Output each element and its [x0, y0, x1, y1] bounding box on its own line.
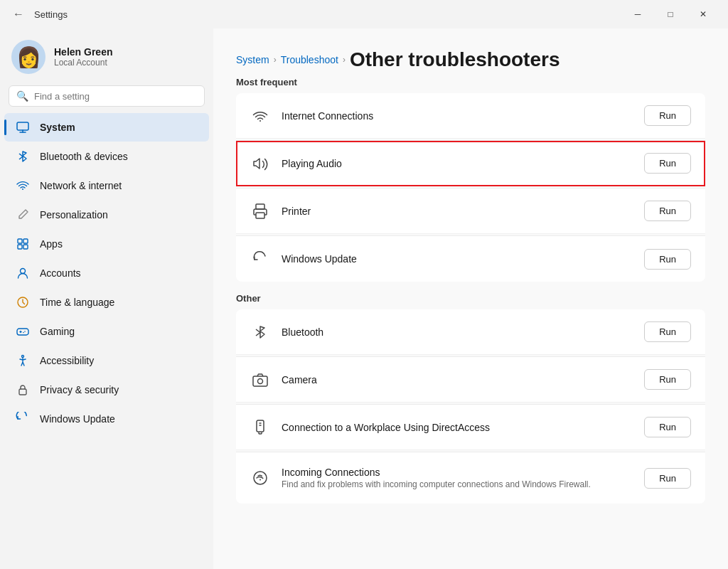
incoming-run-button[interactable]: Run — [644, 468, 691, 489]
accessibility-icon — [16, 353, 30, 368]
troubleshooter-winupdate: Windows Update Run — [236, 236, 705, 282]
bluetooth-ts-run-button[interactable]: Run — [644, 321, 691, 342]
system-icon — [16, 120, 30, 134]
app-body: 👩 Helen Green Local Account 🔍 System — [0, 28, 728, 569]
troubleshooter-bluetooth: Bluetooth Run — [236, 309, 705, 355]
sidebar-item-privacy[interactable]: Privacy & security — [4, 376, 209, 404]
svg-rect-2 — [23, 239, 28, 243]
search-input[interactable] — [34, 91, 197, 102]
sidebar-label-apps: Apps — [40, 238, 63, 250]
printer-icon — [250, 201, 270, 221]
svg-point-8 — [24, 331, 26, 332]
window-controls: ─ □ ✕ — [621, 3, 719, 26]
most-frequent-label: Most frequent — [236, 77, 705, 87]
most-frequent-section: Most frequent Internet Connections Run P… — [236, 77, 705, 282]
svg-rect-16 — [257, 420, 264, 432]
winupdate-run-button[interactable]: Run — [644, 249, 691, 270]
audio-run-button[interactable]: Run — [644, 153, 691, 174]
incoming-text-group: Incoming Connections Find and fix proble… — [282, 467, 633, 489]
svg-point-10 — [22, 356, 24, 358]
sidebar-item-system[interactable]: System — [4, 113, 209, 142]
network-icon — [16, 179, 30, 193]
svg-rect-7 — [17, 329, 28, 335]
user-role: Local Account — [54, 58, 112, 68]
directaccess-icon — [250, 418, 270, 437]
audio-name: Playing Audio — [282, 158, 633, 169]
svg-rect-13 — [256, 213, 264, 218]
breadcrumb-current: Other troubleshooters — [350, 48, 560, 71]
troubleshooter-directaccess: Connection to a Workplace Using DirectAc… — [236, 405, 705, 450]
personalization-icon — [16, 208, 30, 222]
directaccess-name: Connection to a Workplace Using DirectAc… — [282, 422, 633, 433]
internet-run-button[interactable]: Run — [644, 105, 691, 126]
bluetooth-ts-name: Bluetooth — [282, 326, 633, 338]
sidebar: 👩 Helen Green Local Account 🔍 System — [0, 28, 213, 569]
troubleshooter-incoming: Incoming Connections Find and fix proble… — [236, 452, 705, 504]
user-section: 👩 Helen Green Local Account — [0, 28, 213, 85]
sidebar-item-accessibility[interactable]: Accessibility — [4, 346, 209, 375]
privacy-icon — [16, 383, 30, 397]
svg-rect-0 — [17, 122, 28, 130]
camera-ts-run-button[interactable]: Run — [644, 369, 691, 390]
sidebar-item-accounts[interactable]: Accounts — [4, 259, 209, 287]
svg-point-9 — [23, 332, 24, 334]
gaming-icon — [16, 324, 30, 339]
user-info: Helen Green Local Account — [54, 46, 112, 68]
sidebar-item-personalization[interactable]: Personalization — [4, 201, 209, 229]
troubleshooter-printer: Printer Run — [236, 188, 705, 234]
troubleshooter-audio: Playing Audio Run — [236, 141, 705, 186]
user-name: Helen Green — [54, 46, 112, 58]
sidebar-item-windowsupdate[interactable]: Windows Update — [4, 405, 209, 433]
svg-point-5 — [21, 269, 26, 274]
sidebar-item-network[interactable]: Network & internet — [4, 171, 209, 200]
maximize-button[interactable]: □ — [654, 3, 687, 26]
bluetooth-ts-icon — [250, 322, 270, 342]
incoming-name: Incoming Connections — [282, 467, 633, 478]
sidebar-label-windowsupdate: Windows Update — [40, 413, 115, 425]
titlebar: ← Settings ─ □ ✕ — [0, 0, 728, 28]
minimize-button[interactable]: ─ — [621, 3, 654, 26]
breadcrumb-sep-1: › — [274, 55, 277, 65]
apps-icon — [16, 237, 30, 251]
svg-rect-12 — [256, 204, 264, 209]
svg-point-17 — [254, 472, 267, 484]
svg-rect-11 — [19, 389, 26, 395]
svg-point-18 — [259, 479, 261, 481]
internet-icon — [250, 106, 270, 126]
svg-rect-14 — [253, 376, 267, 386]
directaccess-run-button[interactable]: Run — [644, 417, 691, 437]
sidebar-item-bluetooth[interactable]: Bluetooth & devices — [4, 142, 209, 171]
internet-name: Internet Connections — [282, 110, 633, 122]
accounts-icon — [16, 266, 30, 280]
windowsupdate-icon — [16, 412, 30, 426]
other-section: Other Bluetooth Run Camera Run — [236, 293, 705, 504]
close-button[interactable]: ✕ — [687, 3, 719, 26]
camera-ts-name: Camera — [282, 374, 633, 385]
breadcrumb-system[interactable]: System — [236, 54, 269, 65]
app-title: Settings — [34, 9, 68, 20]
search-icon: 🔍 — [16, 90, 28, 102]
sidebar-label-gaming: Gaming — [40, 326, 75, 337]
sidebar-item-apps[interactable]: Apps — [4, 230, 209, 258]
back-button[interactable]: ← — [9, 4, 28, 24]
troubleshooter-camera: Camera Run — [236, 357, 705, 403]
breadcrumb-sep-2: › — [343, 55, 346, 65]
sidebar-item-time[interactable]: Time & language — [4, 288, 209, 317]
sidebar-item-gaming[interactable]: Gaming — [4, 317, 209, 346]
printer-run-button[interactable]: Run — [644, 201, 691, 221]
other-section-label: Other — [236, 293, 705, 304]
sidebar-label-network: Network & internet — [40, 180, 122, 191]
sidebar-label-bluetooth: Bluetooth & devices — [40, 151, 128, 162]
nav-list: System Bluetooth & devices Network & int… — [0, 112, 213, 434]
search-box[interactable]: 🔍 — [9, 85, 205, 107]
sidebar-label-accounts: Accounts — [40, 267, 81, 279]
svg-rect-3 — [18, 245, 22, 249]
svg-point-15 — [258, 378, 263, 383]
svg-rect-1 — [18, 239, 22, 243]
breadcrumb: System › Troubleshoot › Other troublesho… — [236, 48, 705, 71]
winupdate-name: Windows Update — [282, 253, 633, 265]
camera-ts-icon — [250, 370, 270, 390]
breadcrumb-troubleshoot[interactable]: Troubleshoot — [281, 54, 338, 65]
audio-icon — [250, 154, 270, 174]
incoming-icon — [250, 468, 270, 488]
